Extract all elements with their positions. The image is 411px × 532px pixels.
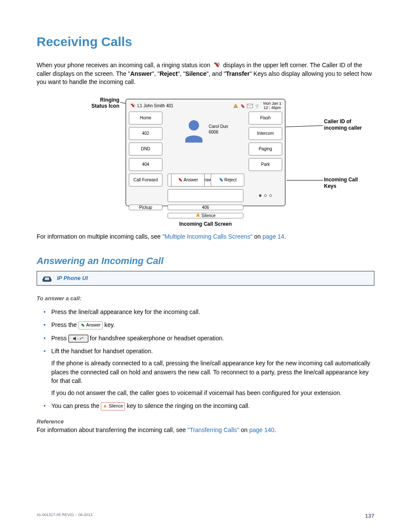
softkey-402[interactable]: 402 xyxy=(129,127,162,140)
voicemail-icon xyxy=(247,104,253,108)
note-text: If you do not answer the call, the calle… xyxy=(51,389,374,397)
intro-text: ", " xyxy=(178,70,186,77)
step-text: Press the xyxy=(51,321,78,328)
datetime: Mon Jan 1 12 : 45pm xyxy=(263,102,281,110)
ringing-status-icon xyxy=(213,62,221,69)
ref-text: on xyxy=(239,426,249,433)
intro-text: ", and " xyxy=(206,70,226,77)
svg-text:/: / xyxy=(78,337,79,341)
list-item: Lift the handset for handset operation. … xyxy=(51,347,374,397)
svg-rect-3 xyxy=(45,277,49,280)
page-footer: 41-001317-05 REV01 – 06.2013 137 xyxy=(37,513,374,519)
softkey-406[interactable]: 406 xyxy=(168,205,243,210)
callout-ringing-status: Ringing Status Icon xyxy=(72,97,119,109)
key-reject: Reject xyxy=(159,70,177,77)
softkey-reject[interactable] xyxy=(168,189,243,202)
reference-heading: Reference xyxy=(37,418,374,425)
figure-caption: Incoming Call Screen xyxy=(37,221,374,227)
list-item: Press the line/call appearance key for t… xyxy=(51,308,374,316)
svg-point-1 xyxy=(257,107,258,108)
dot-icon xyxy=(264,194,267,197)
handset-icon xyxy=(240,103,245,109)
step-text: You can press the xyxy=(51,402,101,409)
note-text: If the phone is already connected to a c… xyxy=(51,359,374,385)
link-transferring-calls[interactable]: "Transferring Calls" xyxy=(187,426,239,433)
intro-text: When your phone receives an incoming cal… xyxy=(37,62,212,68)
caller-panel: Carol Dun 6006 xyxy=(168,112,243,171)
badge-label: Answer xyxy=(86,322,100,329)
xref-text: . xyxy=(284,233,286,240)
list-item: Press / for handsfree speakerphone or he… xyxy=(51,334,374,342)
softkey-silence[interactable]: Silence xyxy=(168,213,243,218)
key-answer: Answer xyxy=(130,70,152,77)
callout-text: incoming caller xyxy=(324,125,362,131)
callout-incoming-keys: Incoming Call Keys xyxy=(324,177,374,190)
link-page-140[interactable]: page 140 xyxy=(249,426,274,433)
softkey-label: Reject xyxy=(224,177,237,182)
xref-text: on xyxy=(252,233,262,240)
ringing-status-icon xyxy=(130,103,136,109)
page-indicator xyxy=(249,189,282,202)
line-label: L1 John Smith 401 xyxy=(137,103,173,108)
link-multiple-incoming[interactable]: "Multiple Incoming Calls Screens" xyxy=(162,233,252,240)
ip-phone-ui-box: IP Phone UI xyxy=(37,271,374,286)
speaker-key-badge: / xyxy=(68,335,88,342)
softkey-label: Answer xyxy=(184,177,198,182)
key-silence: Silence xyxy=(185,70,206,77)
key-transfer: Transfer xyxy=(226,70,249,77)
reference-text: For information about transferring the i… xyxy=(37,426,374,433)
warning-icon xyxy=(233,103,238,109)
softkey-home[interactable]: Home xyxy=(129,112,162,124)
softkey-flash[interactable]: Flash xyxy=(249,112,282,124)
time-text: 12 : 45pm xyxy=(263,106,281,110)
softkey-404[interactable]: 404 xyxy=(129,158,162,171)
signal-icon xyxy=(255,103,260,109)
procedure-title: To answer a call: xyxy=(37,295,374,302)
callout-text: Keys xyxy=(324,183,336,189)
softkey-dnd[interactable]: DND xyxy=(129,143,162,156)
badge-label: Silence xyxy=(109,403,123,410)
page-number: 137 xyxy=(365,513,374,519)
step-text: key. xyxy=(104,321,115,328)
figure-incoming-call: Ringing Status Icon Caller ID of incomin… xyxy=(37,97,374,218)
dot-icon xyxy=(259,194,262,197)
xref-multiple-calls: For information on multiple incoming cal… xyxy=(37,233,374,240)
callout-text: Ringing xyxy=(100,97,119,103)
intro-text: ", " xyxy=(152,70,160,77)
softkey-paging[interactable]: Paging xyxy=(249,143,282,156)
avatar-icon xyxy=(183,118,205,141)
softkey-park[interactable]: Park xyxy=(249,158,282,171)
softkey-reject[interactable]: Reject xyxy=(211,174,244,187)
page-title: Receiving Calls xyxy=(37,34,374,49)
caller-name: Carol Dun xyxy=(209,124,228,130)
callout-text: Caller ID of xyxy=(324,118,351,124)
step-text: key to silence the ringing on the incomi… xyxy=(127,402,250,409)
softkey-intercom[interactable]: Intercom xyxy=(249,127,282,140)
step-text: Lift the handset for handset operation. xyxy=(51,348,153,355)
svg-point-2 xyxy=(189,120,199,131)
subheading-answering: Answering an Incoming Call xyxy=(37,255,374,267)
doc-id: 41-001317-05 REV01 – 06.2013 xyxy=(37,513,93,519)
step-text: Press xyxy=(51,335,68,342)
softkey-pickup[interactable]: Pickup xyxy=(129,205,162,210)
callout-text: Incoming Call xyxy=(324,177,358,183)
answer-key-badge: Answer xyxy=(78,321,103,330)
dot-icon xyxy=(269,194,272,197)
callout-text: Status Icon xyxy=(91,103,119,109)
list-item: You can press the Silence key to silence… xyxy=(51,401,374,411)
softkey-label: Silence xyxy=(202,213,216,218)
ref-text: For information about transferring the i… xyxy=(37,426,187,433)
ui-label: IP Phone UI xyxy=(57,275,88,281)
softkey-answer[interactable]: Answer xyxy=(171,174,205,187)
link-page-14[interactable]: page 14 xyxy=(262,233,284,240)
step-list: Press the line/call appearance key for t… xyxy=(37,308,374,411)
caller-number: 6006 xyxy=(209,129,228,135)
softkey-callforward[interactable]: Call Forward xyxy=(129,174,162,187)
screen-header: L1 John Smith 401 Mon Jan 1 12 : 45pm xyxy=(129,102,282,112)
intro-paragraph: When your phone receives an incoming cal… xyxy=(37,61,374,87)
list-item: Press the Answer key. xyxy=(51,320,374,330)
phone-icon xyxy=(41,274,53,283)
phone-screen: L1 John Smith 401 Mon Jan 1 12 : 45pm Ho… xyxy=(125,99,286,206)
silence-key-badge: Silence xyxy=(101,402,125,411)
ref-text: . xyxy=(274,426,276,433)
